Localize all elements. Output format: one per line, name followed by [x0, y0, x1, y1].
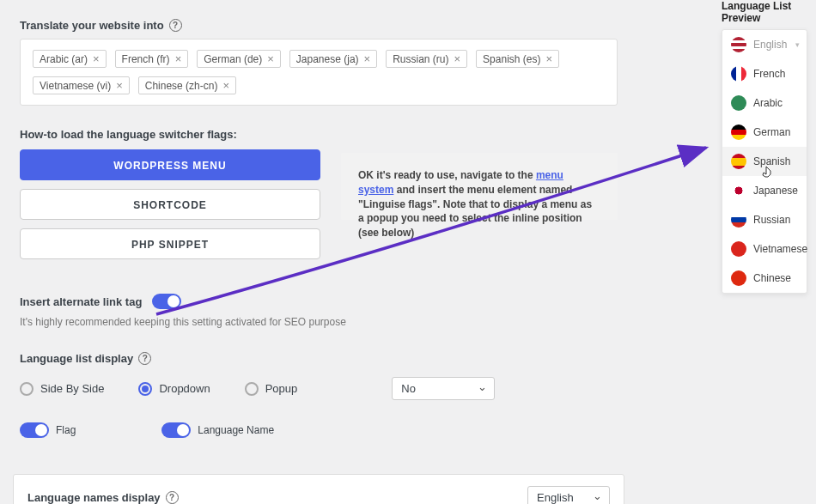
language-tag[interactable]: Russian (ru)× — [386, 50, 467, 68]
preview-item[interactable]: Arabic — [722, 88, 807, 118]
switcher-label: How-to load the language switcher flags: — [20, 128, 618, 141]
close-icon[interactable]: × — [175, 52, 182, 65]
help-icon[interactable]: ? — [169, 19, 182, 32]
preview-title: Language List Preview — [722, 0, 807, 24]
language-name-toggle[interactable] — [161, 422, 191, 438]
flag-toggle[interactable] — [20, 422, 49, 438]
language-tag[interactable]: Chinese (zh-cn)× — [138, 76, 236, 94]
preview-item[interactable]: Russian — [722, 205, 807, 234]
wordpress-menu-button[interactable]: WORDPRESS MENU — [20, 149, 320, 180]
flag-icon — [731, 66, 746, 82]
alternate-hint: It's highly recommended keeping this set… — [20, 316, 618, 328]
radio-dropdown[interactable]: Dropdown — [138, 382, 210, 396]
language-list-preview: Language List Preview EnglishFrenchArabi… — [722, 0, 807, 294]
close-icon[interactable]: × — [93, 52, 100, 65]
preview-item[interactable]: Japanese — [722, 176, 807, 205]
names-label: Language names display — [27, 491, 161, 504]
radio-side-by-side[interactable]: Side By Side — [20, 382, 104, 396]
language-tag[interactable]: French (fr)× — [115, 50, 189, 68]
preview-item[interactable]: Chinese — [722, 264, 807, 293]
preview-item[interactable]: French — [722, 59, 807, 88]
flag-icon — [731, 241, 746, 257]
language-tag[interactable]: Spanish (es)× — [476, 50, 559, 68]
help-icon[interactable]: ? — [166, 491, 179, 504]
language-tag[interactable]: Arabic (ar)× — [33, 50, 107, 68]
help-icon[interactable]: ? — [138, 352, 151, 365]
flag-icon — [731, 270, 746, 286]
switcher-info: OK it's ready to use, navigate to the me… — [341, 153, 618, 220]
flag-icon — [731, 212, 746, 228]
radio-icon — [138, 382, 152, 396]
language-tags-card: Arabic (ar)×French (fr)×German (de)×Japa… — [20, 39, 618, 106]
flag-icon — [731, 124, 746, 140]
shortcode-button[interactable]: SHORTCODE — [20, 189, 320, 220]
radio-icon — [245, 382, 259, 396]
language-tag[interactable]: Vietnamese (vi)× — [33, 76, 130, 94]
flag-icon — [731, 95, 746, 111]
flag-icon — [731, 37, 746, 52]
php-snippet-button[interactable]: PHP SNIPPET — [20, 228, 320, 259]
flag-icon — [731, 183, 746, 198]
close-icon[interactable]: × — [116, 79, 123, 92]
language-tag[interactable]: German (de)× — [197, 50, 281, 68]
close-icon[interactable]: × — [267, 52, 274, 65]
alternate-label: Insert alternate link tag — [20, 295, 142, 308]
flag-label: Flag — [56, 424, 76, 436]
close-icon[interactable]: × — [222, 79, 229, 92]
radio-popup[interactable]: Popup — [245, 382, 298, 396]
flag-icon — [731, 154, 746, 169]
close-icon[interactable]: × — [454, 52, 461, 65]
close-icon[interactable]: × — [364, 52, 371, 65]
radio-icon — [20, 382, 33, 396]
preview-item[interactable]: Vietnamese — [722, 234, 807, 264]
preview-item[interactable]: English — [722, 30, 807, 59]
names-select[interactable]: English — [527, 486, 610, 504]
language-tag[interactable]: Japanese (ja)× — [289, 50, 377, 68]
close-icon[interactable]: × — [545, 52, 552, 65]
display-label: Language list display ? — [20, 352, 618, 365]
language-names-card: Language names display ? English — [13, 474, 624, 504]
preview-item[interactable]: Spanish — [722, 147, 807, 176]
language-name-label: Language Name — [198, 424, 274, 436]
preview-item[interactable]: German — [722, 118, 807, 147]
alternate-toggle[interactable] — [152, 294, 181, 309]
translate-label: Translate your website into ? — [20, 19, 618, 32]
display-select[interactable]: No — [392, 377, 495, 400]
